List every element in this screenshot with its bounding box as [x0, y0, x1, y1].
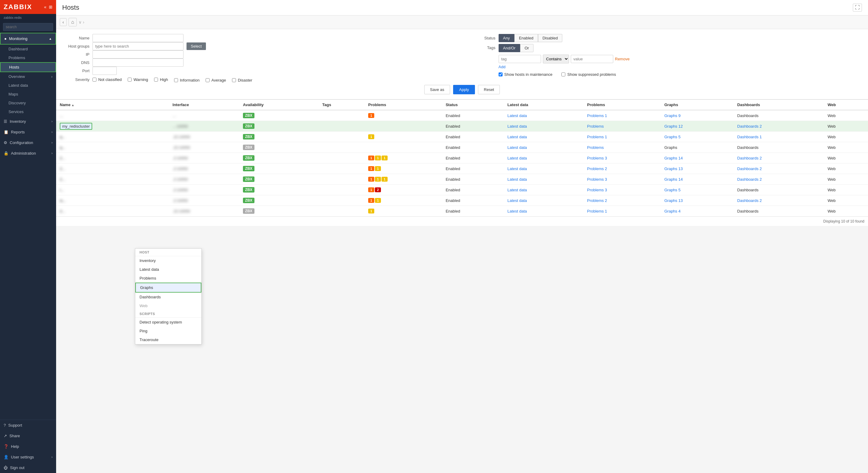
cell-latest-data[interactable]: Latest data	[504, 132, 584, 142]
sidebar-item-configuration[interactable]: ⚙ Configuration ›	[0, 137, 56, 148]
cell-latest-data[interactable]: Latest data	[504, 153, 584, 163]
col-name[interactable]: Name	[56, 100, 169, 110]
show-maintenance-label[interactable]: Show hosts in maintenance	[499, 72, 553, 77]
show-suppressed-label[interactable]: Show suppressed problems	[561, 72, 616, 77]
latest-data-link[interactable]: Latest data	[507, 188, 527, 192]
cell-dashboards[interactable]: Dashboards 2	[734, 163, 824, 174]
severity-high[interactable]: High	[154, 77, 168, 82]
sidebar-search-input[interactable]	[3, 23, 53, 31]
cell-latest-data[interactable]: Latest data	[504, 174, 584, 185]
ctx-graphs[interactable]: Graphs	[135, 283, 202, 292]
cell-graphs[interactable]: Graphs	[660, 142, 733, 153]
cell-problems-link[interactable]: Problems 3	[584, 153, 661, 163]
sidebar-item-latest-data[interactable]: Latest data	[0, 81, 56, 90]
save-as-button[interactable]: Save as	[424, 85, 450, 94]
col-availability[interactable]: Availability	[239, 100, 319, 110]
cell-name[interactable]: 2...	[56, 174, 169, 185]
apply-button[interactable]: Apply	[453, 85, 475, 94]
col-tags[interactable]: Tags	[319, 100, 365, 110]
col-graphs[interactable]: Graphs	[660, 100, 733, 110]
severity-disaster[interactable]: Disaster	[232, 78, 252, 83]
cell-dashboards[interactable]: Dashboards	[734, 110, 824, 121]
sidebar-item-dashboard[interactable]: Dashboard	[0, 44, 56, 53]
problems-link[interactable]: Problems 1	[587, 209, 607, 214]
severity-avg-checkbox[interactable]	[206, 78, 210, 82]
col-problems[interactable]: Problems	[365, 100, 442, 110]
name-input[interactable]	[93, 34, 184, 42]
cell-dashboards[interactable]: Dashboards 2	[734, 121, 824, 132]
col-interface[interactable]: Interface	[169, 100, 239, 110]
dashboards-link[interactable]: Dashboards 2	[737, 124, 762, 129]
sidebar-item-maps[interactable]: Maps	[0, 90, 56, 98]
cell-name[interactable]: q...	[56, 132, 169, 142]
cell-problems-link[interactable]: Problems 3	[584, 174, 661, 185]
table-row[interactable]: 2....22:10050ZBX1EnabledLatest dataProbl…	[56, 206, 868, 217]
col-status[interactable]: Status	[442, 100, 504, 110]
graphs-link[interactable]: Graphs 14	[664, 156, 683, 160]
tag-condition-select[interactable]: Contains	[543, 55, 569, 63]
latest-data-link[interactable]: Latest data	[507, 156, 527, 160]
sidebar-item-hosts[interactable]: Hosts	[0, 62, 56, 72]
dashboards-link[interactable]: Dashboards 2	[737, 198, 762, 203]
show-suppressed-checkbox[interactable]	[561, 72, 565, 76]
ctx-inventory[interactable]: Inventory	[135, 256, 202, 265]
problems-link[interactable]: Problems 1	[587, 114, 607, 118]
severity-information[interactable]: Information	[174, 78, 199, 83]
table-row[interactable]: my_rediscluster...:10050ZBXEnabledLatest…	[56, 121, 868, 132]
sidebar-item-user-settings[interactable]: 👤 User settings ›	[0, 452, 56, 462]
col-web[interactable]: Web	[824, 100, 868, 110]
graphs-link[interactable]: Graphs 13	[664, 198, 683, 203]
cell-graphs[interactable]: Graphs 12	[660, 121, 733, 132]
table-row[interactable]: is....2:10050ZBX11EnabledLatest dataProb…	[56, 195, 868, 206]
cell-graphs[interactable]: Graphs 5	[660, 132, 733, 142]
reset-button[interactable]: Reset	[478, 85, 500, 94]
cell-problems-link[interactable]: Problems 3	[584, 185, 661, 195]
cell-name[interactable]: 2...	[56, 153, 169, 163]
table-row[interactable]: i....2:10050ZBX12EnabledLatest dataProbl…	[56, 185, 868, 195]
latest-data-link[interactable]: Latest data	[507, 209, 527, 214]
status-any-btn[interactable]: Any	[499, 34, 515, 42]
add-tag-link[interactable]: Add	[499, 65, 505, 69]
cell-graphs[interactable]: Graphs 4	[660, 206, 733, 217]
graphs-link[interactable]: Graphs 4	[664, 209, 680, 214]
cell-latest-data[interactable]: Latest data	[504, 110, 584, 121]
graphs-link[interactable]: Graphs 5	[664, 135, 680, 139]
graphs-link[interactable]: Graphs 5	[664, 188, 680, 192]
graphs-link[interactable]: Graphs 14	[664, 177, 683, 182]
table-row[interactable]: 2....2:10050ZBX111EnabledLatest dataProb…	[56, 174, 868, 185]
problems-link[interactable]: Problems 3	[587, 188, 607, 192]
cell-graphs[interactable]: Graphs 13	[660, 163, 733, 174]
cell-problems-link[interactable]: Problems	[584, 121, 661, 132]
cell-dashboards[interactable]: Dashboards 2	[734, 195, 824, 206]
cell-name[interactable]: i...	[56, 185, 169, 195]
cell-name[interactable]: 2...	[56, 163, 169, 174]
sidebar-item-discovery[interactable]: Discovery	[0, 98, 56, 107]
ctx-dashboards[interactable]: Dashboards	[135, 292, 202, 302]
ip-input[interactable]	[93, 50, 184, 59]
hostgroups-input[interactable]	[93, 42, 184, 50]
sidebar-item-problems[interactable]: Problems	[0, 53, 56, 62]
problems-link[interactable]: Problems	[587, 124, 604, 129]
collapse-icon[interactable]: «	[44, 5, 46, 9]
latest-data-link[interactable]: Latest data	[507, 177, 527, 182]
sidebar-item-monitoring[interactable]: ● Monitoring ▲	[0, 33, 56, 44]
problems-link[interactable]: Problems 2	[587, 166, 607, 171]
cell-graphs[interactable]: Graphs 5	[660, 185, 733, 195]
table-row[interactable]: 2....2:10050ZBX111EnabledLatest dataProb…	[56, 153, 868, 163]
show-maintenance-checkbox[interactable]	[499, 72, 502, 76]
cell-problems-link[interactable]: Problems 2	[584, 195, 661, 206]
tags-or-btn[interactable]: Or	[520, 44, 533, 52]
severity-not-classified[interactable]: Not classified	[93, 77, 122, 82]
tags-andor-btn[interactable]: And/Or	[499, 44, 520, 52]
sidebar-item-administration[interactable]: 🔒 Administration ›	[0, 148, 56, 159]
dashboards-link[interactable]: Dashboards 2	[737, 156, 762, 160]
cell-dashboards[interactable]: Dashboards	[734, 206, 824, 217]
cell-latest-data[interactable]: Latest data	[504, 195, 584, 206]
sidebar-item-services[interactable]: Services	[0, 107, 56, 116]
cell-name[interactable]: q...	[56, 142, 169, 153]
cell-dashboards[interactable]: Dashboards 1	[734, 132, 824, 142]
status-enabled-btn[interactable]: Enabled	[515, 34, 538, 42]
cell-problems-link[interactable]: Problems	[584, 142, 661, 153]
fullscreen-button[interactable]: ⛶	[853, 4, 862, 11]
sidebar-item-reports[interactable]: 📋 Reports ›	[0, 127, 56, 137]
